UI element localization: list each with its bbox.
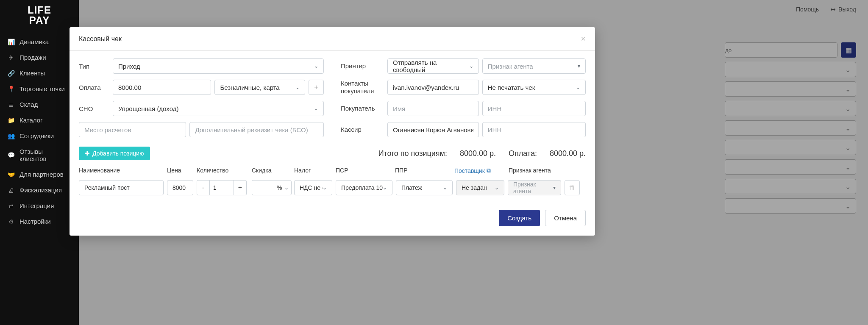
plus-icon: ✚ [85,150,90,157]
sidebar-item-reviews[interactable]: 💬Отзывы клиентов [0,144,79,167]
sidebar-item-label: Склад [19,101,38,108]
discount-input[interactable] [252,180,274,195]
label-cashier: Кассир [341,126,383,133]
modal-title: Кассовый чек [79,35,122,43]
label-printer: Принтер [341,62,383,70]
label-buyer-contacts: Контакты покупателя [341,80,383,95]
caret-down-icon: ▾ [553,185,556,191]
supplier-select[interactable]: Не задан ⌄ [456,180,504,195]
stack-icon: ≣ [8,101,14,108]
psr-value: Предоплата 100% [341,184,383,191]
users-icon: 👥 [8,133,14,139]
chevron-down-icon: ⌄ [443,185,447,191]
sidebar-item-label: Настройки [19,218,51,225]
pay-method-select[interactable]: Безналичные, карта ⌄ [214,80,305,95]
delete-row-button[interactable]: 🗑 [565,180,580,195]
sidebar-item-sales[interactable]: ✈Продажи [0,50,79,65]
sidebar-item-clients[interactable]: 🔗Клиенты [0,65,79,81]
cashier-name-input[interactable] [387,122,479,137]
tax-value: НДС не обл [300,184,323,191]
chevron-down-icon: ⌄ [383,185,387,191]
sidebar-item-label: Торговые точки [19,85,65,92]
printer-value: Отправлять на свободный [393,59,469,73]
supplier-link[interactable]: Поставщик ⧉ [454,167,491,174]
sidebar-item-settings[interactable]: ⚙Настройки [0,214,79,229]
logo: LIFE PAY [0,0,79,34]
buyer-contact-input[interactable] [387,80,479,95]
sidebar-item-stock[interactable]: ≣Склад [0,97,79,112]
form-left-column: Тип Приход ⌄ Оплата Безналичные, карта [79,58,324,143]
psr-select[interactable]: Предоплата 100% ⌄ [336,180,392,195]
th-ppr: ППР [395,167,454,174]
chevron-down-icon: ⌄ [295,84,300,90]
extra-req-input[interactable] [189,122,324,137]
buyer-inn-input[interactable] [482,101,586,116]
sidebar: LIFE PAY 📊Динамика ✈Продажи 🔗Клиенты 📍То… [0,0,79,325]
agent-placeholder: Признак агента [488,63,533,70]
qty-minus-button[interactable]: - [197,180,209,195]
agent-select[interactable]: Признак агента ▾ [482,58,586,74]
sno-value: Упрощенная (доход) [118,105,178,112]
settlement-place-input[interactable] [79,122,186,137]
row-agent-placeholder: Признак агента [513,181,553,194]
th-psr: ПСР [336,167,395,174]
type-select[interactable]: Приход ⌄ [113,58,324,74]
chevron-down-icon: ⌄ [495,185,499,191]
sidebar-item-staff[interactable]: 👥Сотрудники [0,128,79,144]
add-position-button[interactable]: ✚ Добавить позицию [79,147,150,160]
amount-input[interactable] [113,80,211,95]
print-option-value: Не печатать чек [488,84,535,91]
sidebar-item-fiscal[interactable]: 🖨Фискализация [0,182,79,198]
handshake-icon: 🤝 [8,171,14,178]
sidebar-item-label: Для партнеров [19,171,64,178]
label-sno: СНО [79,105,108,112]
qty-plus-button[interactable]: + [234,180,247,195]
positions-header: Наименование Цена Количество Скидка Нало… [79,164,586,178]
buyer-name-input[interactable] [387,101,479,116]
tax-select[interactable]: НДС не обл ⌄ [294,180,332,195]
close-icon[interactable]: × [581,34,586,44]
th-name: Наименование [79,167,167,174]
add-position-label: Добавить позицию [92,150,144,157]
label-type: Тип [79,63,108,70]
label-buyer: Покупатель [341,105,383,112]
sidebar-item-points[interactable]: 📍Торговые точки [0,81,79,97]
row-agent-select[interactable]: Признак агента ▾ [508,180,561,195]
logo-line2: PAY [0,15,79,25]
sidebar-item-integration[interactable]: ⇄Интеграция [0,198,79,214]
sidebar-item-label: Динамика [19,38,49,45]
cashier-inn-input[interactable] [482,122,586,137]
folder-icon: 📁 [8,117,14,124]
logo-line1: LIFE [0,5,79,15]
modal-footer: Создать Отмена [70,200,595,236]
printer-select[interactable]: Отправлять на свободный ⌄ [387,58,479,74]
sidebar-item-partners[interactable]: 🤝Для партнеров [0,167,79,182]
chat-icon: 💬 [8,152,14,158]
print-option-select[interactable]: Не печатать чек ⌄ [482,80,586,95]
create-button[interactable]: Создать [499,210,540,226]
printer-icon: 🖨 [8,187,14,194]
row-name-input[interactable] [79,180,164,195]
supplier-label: Поставщик [454,167,485,174]
sidebar-item-catalog[interactable]: 📁Каталог [0,112,79,128]
sidebar-item-dynamics[interactable]: 📊Динамика [0,34,79,50]
discount-type-select[interactable]: % ⌄ [274,180,292,195]
cancel-button[interactable]: Отмена [545,210,586,226]
add-payment-button[interactable]: + [309,80,324,95]
qty-input[interactable] [209,180,234,195]
ppr-select[interactable]: Платеж ⌄ [396,180,453,195]
qty-stepper: - + [197,180,247,195]
caret-down-icon: ▾ [578,63,580,69]
totals: Итого по позициям: 8000.00 р. Оплата: 80… [378,149,586,158]
chevron-down-icon: ⌄ [576,84,580,90]
ppr-value: Платеж [401,184,422,191]
sidebar-item-label: Интеграция [19,202,54,209]
row-price-input[interactable] [167,180,193,195]
position-row: - + % ⌄ НДС не обл ⌄ [79,178,586,198]
gear-icon: ⚙ [8,218,14,225]
chevron-down-icon: ⌄ [284,185,289,191]
th-qty: Количество [197,167,252,174]
label-payment: Оплата [79,84,108,91]
sidebar-item-label: Каталог [19,117,43,124]
sno-select[interactable]: Упрощенная (доход) ⌄ [113,101,324,116]
